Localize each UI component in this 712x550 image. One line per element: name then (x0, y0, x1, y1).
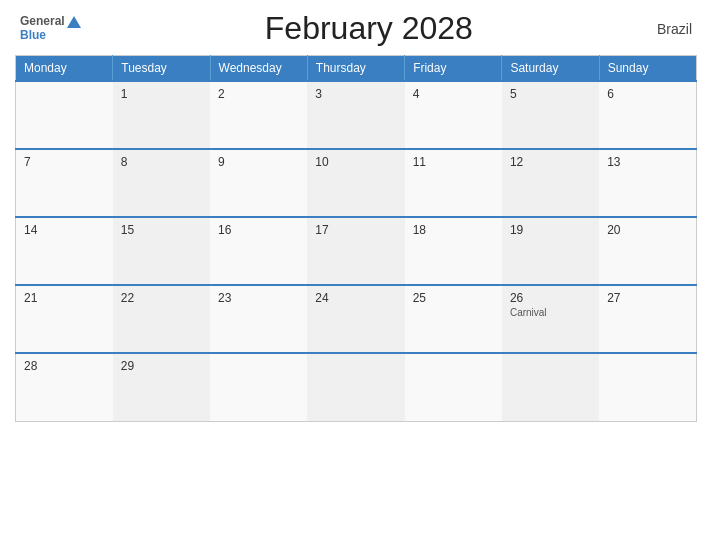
day-number: 20 (607, 223, 688, 237)
day-number: 23 (218, 291, 299, 305)
event-label: Carnival (510, 307, 591, 318)
calendar-cell (405, 353, 502, 421)
week-row-1: 123456 (16, 81, 697, 149)
day-number: 17 (315, 223, 396, 237)
weekday-header-monday: Monday (16, 56, 113, 82)
week-row-4: 212223242526Carnival27 (16, 285, 697, 353)
calendar-cell: 9 (210, 149, 307, 217)
calendar-cell: 28 (16, 353, 113, 421)
calendar-cell: 16 (210, 217, 307, 285)
day-number: 4 (413, 87, 494, 101)
day-number: 9 (218, 155, 299, 169)
day-number: 25 (413, 291, 494, 305)
logo-general-text: General (20, 15, 65, 28)
calendar-cell: 21 (16, 285, 113, 353)
calendar-cell: 1 (113, 81, 210, 149)
calendar-cell: 13 (599, 149, 696, 217)
calendar-cell: 12 (502, 149, 599, 217)
logo-triangle-icon (67, 16, 81, 28)
day-number: 15 (121, 223, 202, 237)
day-number: 13 (607, 155, 688, 169)
weekday-header-wednesday: Wednesday (210, 56, 307, 82)
day-number: 11 (413, 155, 494, 169)
day-number: 27 (607, 291, 688, 305)
calendar-cell: 14 (16, 217, 113, 285)
calendar-cell: 22 (113, 285, 210, 353)
day-number: 8 (121, 155, 202, 169)
day-number: 5 (510, 87, 591, 101)
calendar-header: General Blue February 2028 Brazil (15, 10, 697, 47)
logo-blue-text: Blue (20, 29, 46, 42)
calendar-cell: 25 (405, 285, 502, 353)
day-number: 22 (121, 291, 202, 305)
day-number: 10 (315, 155, 396, 169)
calendar-cell: 2 (210, 81, 307, 149)
calendar-container: General Blue February 2028 Brazil Monday… (0, 0, 712, 550)
day-number: 1 (121, 87, 202, 101)
calendar-cell (210, 353, 307, 421)
day-number: 29 (121, 359, 202, 373)
calendar-cell: 23 (210, 285, 307, 353)
day-number: 2 (218, 87, 299, 101)
day-number: 18 (413, 223, 494, 237)
week-row-2: 78910111213 (16, 149, 697, 217)
weekday-header-tuesday: Tuesday (113, 56, 210, 82)
calendar-cell: 11 (405, 149, 502, 217)
weekday-header-sunday: Sunday (599, 56, 696, 82)
calendar-cell: 10 (307, 149, 404, 217)
calendar-cell: 5 (502, 81, 599, 149)
calendar-cell: 8 (113, 149, 210, 217)
calendar-cell: 7 (16, 149, 113, 217)
weekday-header-thursday: Thursday (307, 56, 404, 82)
calendar-cell: 20 (599, 217, 696, 285)
calendar-cell: 19 (502, 217, 599, 285)
logo: General Blue (20, 15, 81, 41)
weekday-header-friday: Friday (405, 56, 502, 82)
calendar-cell (502, 353, 599, 421)
calendar-cell (16, 81, 113, 149)
day-number: 7 (24, 155, 105, 169)
calendar-cell: 4 (405, 81, 502, 149)
calendar-cell: 15 (113, 217, 210, 285)
week-row-3: 14151617181920 (16, 217, 697, 285)
calendar-cell: 18 (405, 217, 502, 285)
day-number: 6 (607, 87, 688, 101)
day-number: 16 (218, 223, 299, 237)
weekday-header-saturday: Saturday (502, 56, 599, 82)
calendar-cell: 6 (599, 81, 696, 149)
calendar-cell: 29 (113, 353, 210, 421)
day-number: 26 (510, 291, 591, 305)
calendar-cell: 27 (599, 285, 696, 353)
calendar-cell (599, 353, 696, 421)
day-number: 12 (510, 155, 591, 169)
day-number: 14 (24, 223, 105, 237)
calendar-table: MondayTuesdayWednesdayThursdayFridaySatu… (15, 55, 697, 422)
calendar-cell: 26Carnival (502, 285, 599, 353)
day-number: 19 (510, 223, 591, 237)
week-row-5: 2829 (16, 353, 697, 421)
calendar-cell: 3 (307, 81, 404, 149)
calendar-cell: 24 (307, 285, 404, 353)
calendar-cell: 17 (307, 217, 404, 285)
country-label: Brazil (657, 21, 692, 37)
day-number: 3 (315, 87, 396, 101)
weekday-header-row: MondayTuesdayWednesdayThursdayFridaySatu… (16, 56, 697, 82)
day-number: 28 (24, 359, 105, 373)
calendar-title: February 2028 (265, 10, 473, 47)
calendar-cell (307, 353, 404, 421)
day-number: 21 (24, 291, 105, 305)
day-number: 24 (315, 291, 396, 305)
